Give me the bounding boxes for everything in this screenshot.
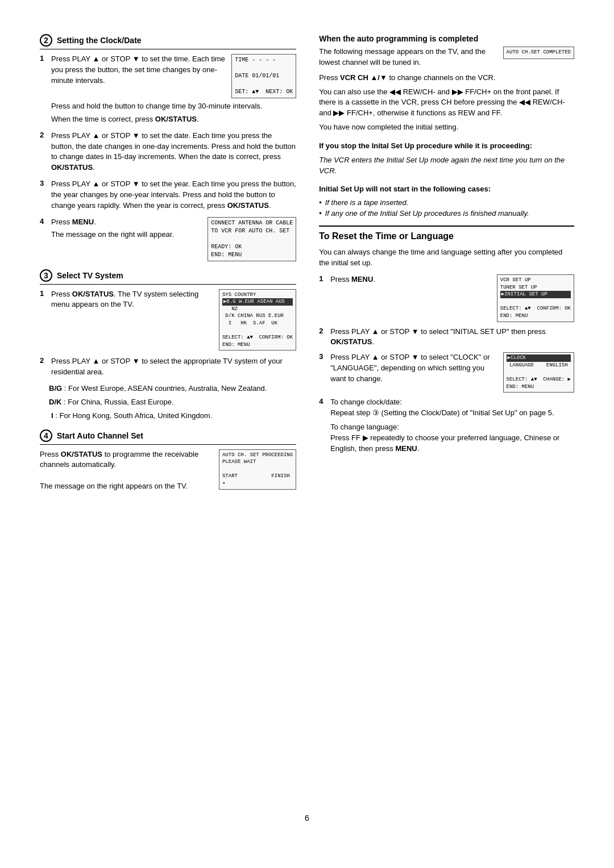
section-4-intro-text: Press OK/STATUS to programme the receiva… <box>40 449 214 492</box>
not-start-section: Initial Set Up will not start in the fol… <box>319 184 574 218</box>
step-3-2-num: 2 <box>40 356 49 365</box>
reset-step-3-content: Press PLAY ▲ or STOP ▼ to select "CLOCK"… <box>330 352 574 393</box>
bullet-1: • If there is a tape inserted. <box>319 198 574 207</box>
step-2-2-num: 2 <box>40 131 49 139</box>
section-2-block: 2 Setting the Clock/Date 1 Press PLAY ▲ … <box>40 34 296 261</box>
step-2-2-content: Press PLAY ▲ or STOP ▼ to set the date. … <box>51 131 296 173</box>
step-3-2-text: Press PLAY ▲ or STOP ▼ to select the app… <box>51 356 296 378</box>
step-3-1-text: Press OK/STATUS. The TV system selecting… <box>51 289 214 311</box>
step-3-1: 1 Press OK/STATUS. The TV system selecti… <box>40 289 296 351</box>
dk-info: D/K : For China, Russia, East Europe. <box>40 397 296 408</box>
step-2-1: 1 Press PLAY ▲ or STOP ▼ to set the time… <box>40 54 296 125</box>
reset-step-3-num: 3 <box>319 352 328 361</box>
page-number: 6 <box>40 813 574 823</box>
step-2-3-num: 3 <box>40 179 49 187</box>
section-2-title: Setting the Clock/Date <box>57 36 142 45</box>
reset-step-2-text: Press PLAY ▲ or STOP ▼ to select "INITIA… <box>330 327 574 348</box>
reset-step-4-content: To change clock/date: Repeat step ③ (Set… <box>330 397 574 454</box>
auto-complete-title-row: When the auto programming is completed <box>319 34 574 43</box>
step-2-1-screen: TIME - - - - DATE 01/01/01 SET: ▲▼ NEXT:… <box>231 54 296 98</box>
auto-para-completed: You have now completed the initial setti… <box>319 122 574 133</box>
section-4-intro: Press OK/STATUS to programme the receiva… <box>40 449 296 492</box>
reset-step-4-num: 4 <box>319 397 328 406</box>
reset-title-container: To Reset the Time or Language <box>319 226 574 241</box>
step-2-2: 2 Press PLAY ▲ or STOP ▼ to set the date… <box>40 131 296 173</box>
section-3-block: 3 Select TV System 1 Press OK/STATUS. Th… <box>40 269 296 422</box>
reset-step-1-content: Press MENU. VCR SET UP TUNER SET UP ▶INI… <box>330 274 574 322</box>
section-2-header: 2 Setting the Clock/Date <box>40 34 296 49</box>
bullet-dot-1: • <box>319 198 322 207</box>
auto-para-vcr-ch: Press VCR CH ▲/▼ to change channels on t… <box>319 73 574 84</box>
bullet-2: • If any one of the Initial Set Up proce… <box>319 209 574 218</box>
step-2-3-content: Press PLAY ▲ or STOP ▼ to set the year. … <box>51 179 296 211</box>
step-2-4-screen: CONNECT ANTENNA OR CABLE TO VCR FOR AUTO… <box>208 217 296 261</box>
step-3-2: 2 Press PLAY ▲ or STOP ▼ to select the a… <box>40 356 296 378</box>
step-2-1-num: 1 <box>40 54 49 62</box>
step-2-1-extra: Press and hold the button to change time… <box>51 101 296 112</box>
i-info: I : For Hong Kong, South Africa, United … <box>40 411 296 422</box>
bullet-tape: If there is a tape inserted. <box>325 198 409 207</box>
step-3-1-num: 1 <box>40 289 49 298</box>
two-column-layout: 2 Setting the Clock/Date 1 Press PLAY ▲ … <box>40 34 574 791</box>
step-2-1-text: Press PLAY ▲ or STOP ▼ to set the time. … <box>51 54 227 86</box>
reset-step-2-num: 2 <box>319 327 328 335</box>
reset-title: To Reset the Time or Language <box>319 231 454 241</box>
step-2-1-when: When the time is correct, press OK/STATU… <box>51 114 296 125</box>
step-2-4-num: 4 <box>40 217 49 226</box>
section-4-screen: AUTO CH. SET PROCEEDING PLEASE WAIT STAR… <box>219 449 296 490</box>
auto-complete-screen: AUTO CH.SET COMPLETED <box>503 47 574 59</box>
bullet-finished: If any one of the Initial Set Up procedu… <box>325 209 529 218</box>
section-4-block: 4 Start Auto Channel Set Press OK/STATUS… <box>40 429 296 492</box>
reset-step-4: 4 To change clock/date: Repeat step ③ (S… <box>319 397 574 454</box>
right-column: When the auto programming is completed T… <box>319 34 574 791</box>
step-2-4: 4 Press MENU. The message on the right w… <box>40 217 296 261</box>
auto-para-rew-ff: You can also use the ◀◀ REW/CH- and ▶▶ F… <box>319 87 574 119</box>
step-2-4-text: Press MENU. The message on the right wil… <box>51 217 203 241</box>
if-stop-title: If you stop the Inital Set Up procedure … <box>319 141 574 152</box>
auto-complete-content-row: The following message appears on the TV,… <box>319 47 574 68</box>
left-column: 2 Setting the Clock/Date 1 Press PLAY ▲ … <box>40 34 296 791</box>
step-2-4-content: Press MENU. The message on the right wil… <box>51 217 296 261</box>
if-stop-section: If you stop the Inital Set Up procedure … <box>319 141 574 177</box>
section-4-number: 4 <box>40 429 52 442</box>
step-3-1-content: Press OK/STATUS. The TV system selecting… <box>51 289 296 351</box>
reset-step-3-text: Press PLAY ▲ or STOP ▼ to select "CLOCK"… <box>330 352 498 385</box>
section-4-title: Start Auto Channel Set <box>57 431 143 440</box>
reset-step-3: 3 Press PLAY ▲ or STOP ▼ to select "CLOC… <box>319 352 574 393</box>
auto-complete-para-1: The following message appears on the TV,… <box>319 47 498 68</box>
reset-step-1: 1 Press MENU. VCR SET UP TUNER SET UP ▶I… <box>319 274 574 322</box>
reset-intro: You can always change the time and langu… <box>319 247 574 269</box>
reset-step-1-screen: VCR SET UP TUNER SET UP ▶INITIAL SET UP … <box>497 274 574 322</box>
section-3-title: Select TV System <box>57 271 123 280</box>
reset-step-1-num: 1 <box>319 274 328 283</box>
section-4-header: 4 Start Auto Channel Set <box>40 429 296 445</box>
page: 2 Setting the Clock/Date 1 Press PLAY ▲ … <box>0 0 614 868</box>
reset-step-2: 2 Press PLAY ▲ or STOP ▼ to select "INIT… <box>319 327 574 348</box>
step-3-1-screen: SYS COUNTRY ▶B.G W.EUR ASEAN AUS NZ D/K … <box>219 289 296 351</box>
reset-section: To Reset the Time or Language You can al… <box>319 226 574 454</box>
step-2-3: 3 Press PLAY ▲ or STOP ▼ to set the year… <box>40 179 296 211</box>
not-start-title: Initial Set Up will not start in the fol… <box>319 184 574 195</box>
if-stop-text: The VCR enters the Initial Set Up mode a… <box>319 155 574 177</box>
section-3-number: 3 <box>40 269 52 282</box>
section-3-header: 3 Select TV System <box>40 269 296 285</box>
auto-complete-title: When the auto programming is completed <box>319 34 478 43</box>
reset-step-1-text: Press MENU. <box>330 274 492 285</box>
reset-step-3-screen: ▶CLOCK LANGUAGE ENGLISH SELECT: ▲▼ CHANG… <box>503 352 574 393</box>
bg-info: B/G : For West Europe, ASEAN countries, … <box>40 383 296 394</box>
step-2-1-content: Press PLAY ▲ or STOP ▼ to set the time. … <box>51 54 296 125</box>
auto-complete-section: When the auto programming is completed T… <box>319 34 574 133</box>
section-2-number: 2 <box>40 34 52 47</box>
auto-complete-header-wrap: When the auto programming is completed T… <box>319 34 574 68</box>
bullet-dot-2: • <box>319 209 322 218</box>
